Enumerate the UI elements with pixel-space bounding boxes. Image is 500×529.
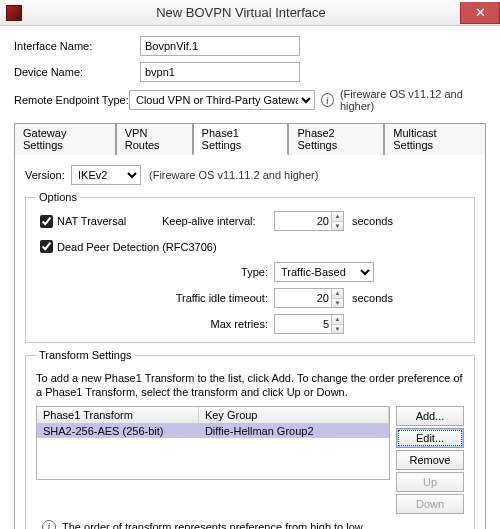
tab-phase1-settings[interactable]: Phase1 Settings: [193, 123, 289, 155]
transform-table[interactable]: Phase1 Transform Key Group SHA2-256-AES …: [36, 406, 390, 480]
app-icon: [6, 5, 22, 21]
col-phase1-transform: Phase1 Transform: [37, 407, 199, 423]
transform-help-text: To add a new Phase1 Transform to the lis…: [36, 371, 464, 400]
idle-timeout-stepper[interactable]: ▲▼: [331, 289, 343, 307]
tab-gateway-settings[interactable]: Gateway Settings: [14, 123, 116, 155]
chevron-down-icon: ▼: [331, 222, 343, 231]
max-retries-stepper[interactable]: ▲▼: [331, 315, 343, 333]
options-legend: Options: [36, 191, 80, 203]
device-name-label: Device Name:: [14, 66, 140, 78]
cell-key-group: Diffie-Hellman Group2: [199, 424, 389, 438]
edit-button[interactable]: Edit...: [396, 428, 464, 448]
transform-buttons: Add... Edit... Remove Up Down: [396, 406, 464, 514]
interface-name-input[interactable]: [140, 36, 300, 56]
info-icon: i: [42, 520, 56, 529]
nat-traversal-label: NAT Traversal: [57, 215, 126, 227]
version-note: (Fireware OS v11.11.2 and higher): [149, 169, 318, 181]
dpd-type-label: Type:: [162, 266, 274, 278]
interface-name-label: Interface Name:: [14, 40, 140, 52]
device-name-input[interactable]: [140, 62, 300, 82]
chevron-down-icon: ▼: [331, 299, 343, 308]
version-select[interactable]: IKEv2: [71, 165, 141, 185]
close-icon: ✕: [475, 5, 486, 20]
idle-timeout-label: Traffic idle timeout:: [162, 292, 274, 304]
add-button[interactable]: Add...: [396, 406, 464, 426]
chevron-up-icon: ▲: [331, 315, 343, 325]
info-icon[interactable]: i: [321, 93, 334, 107]
tab-page-phase1: Version: IKEv2 (Fireware OS v11.11.2 and…: [14, 154, 486, 529]
tab-vpn-routes[interactable]: VPN Routes: [116, 123, 193, 155]
endpoint-version-note: (Fireware OS v11.12 and higher): [340, 88, 486, 112]
nat-traversal-checkbox[interactable]: [40, 215, 53, 228]
options-group: Options NAT Traversal Keep-alive interva…: [25, 191, 475, 343]
table-row[interactable]: SHA2-256-AES (256-bit) Diffie-Hellman Gr…: [37, 424, 389, 438]
col-key-group: Key Group: [199, 407, 389, 423]
transform-order-hint: The order of transform represents prefer…: [62, 521, 365, 529]
remote-endpoint-label: Remote Endpoint Type:: [14, 94, 129, 106]
close-button[interactable]: ✕: [460, 2, 500, 24]
dpd-checkbox[interactable]: [40, 240, 53, 253]
down-button[interactable]: Down: [396, 494, 464, 514]
dpd-type-select[interactable]: Traffic-Based: [274, 262, 374, 282]
cell-transform: SHA2-256-AES (256-bit): [37, 424, 199, 438]
transform-group: Transform Settings To add a new Phase1 T…: [25, 349, 475, 529]
tab-strip: Gateway Settings VPN Routes Phase1 Setti…: [14, 122, 486, 154]
keepalive-units: seconds: [352, 215, 393, 227]
max-retries-label: Max retries:: [162, 318, 274, 330]
dpd-label: Dead Peer Detection (RFC3706): [57, 241, 217, 253]
window-title: New BOVPN Virtual Interface: [22, 5, 460, 20]
chevron-up-icon: ▲: [331, 212, 343, 222]
keepalive-label: Keep-alive interval:: [162, 215, 274, 227]
keepalive-stepper[interactable]: ▲▼: [331, 212, 343, 230]
chevron-up-icon: ▲: [331, 289, 343, 299]
tab-phase2-settings[interactable]: Phase2 Settings: [288, 123, 384, 155]
table-header: Phase1 Transform Key Group: [37, 407, 389, 424]
version-label: Version:: [25, 169, 71, 181]
tab-multicast-settings[interactable]: Multicast Settings: [384, 123, 486, 155]
remote-endpoint-select[interactable]: Cloud VPN or Third-Party Gateway: [129, 90, 315, 110]
dialog-body: Interface Name: Device Name: Remote Endp…: [0, 26, 500, 529]
up-button[interactable]: Up: [396, 472, 464, 492]
chevron-down-icon: ▼: [331, 325, 343, 334]
title-bar: New BOVPN Virtual Interface ✕: [0, 0, 500, 26]
remove-button[interactable]: Remove: [396, 450, 464, 470]
transform-legend: Transform Settings: [36, 349, 135, 361]
idle-timeout-units: seconds: [352, 292, 393, 304]
